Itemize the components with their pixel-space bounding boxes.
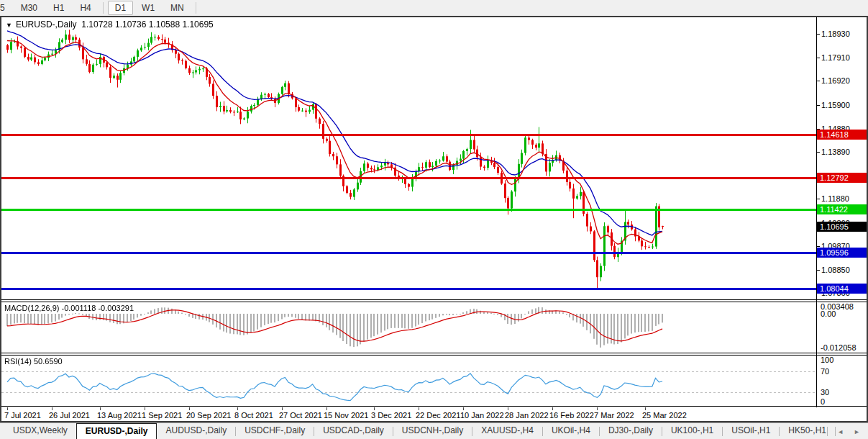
date-axis-label: 20 Sep 2021 [186,411,231,420]
chart-tab-usdcnh-daily[interactable]: USDCNH-,Daily [393,423,472,439]
timeframe-button-mn[interactable]: MN [163,1,191,15]
tab-nav-divider [827,427,828,436]
chart-symbol-period: EURUSD-,Daily [16,19,77,30]
date-axis-tick [419,407,419,410]
date-axis-tick [100,407,101,410]
date-axis-tick [508,407,508,410]
date-axis-tick [645,407,646,410]
date-axis-tick [237,407,238,410]
date-axis-label: 8 Oct 2021 [234,411,273,420]
date-axis-label: 7 Jul 2021 [4,411,41,420]
macd-axis-tick: -0.012058 [821,343,856,352]
date-axis-label: 25 Mar 2022 [642,411,687,420]
date-axis-tick [326,407,327,410]
macd-label: MACD(12,26,9) -0.001118 -0.003291 [4,304,134,312]
macd-axis-tick: 0.00 [821,309,836,318]
date-axis-label: 26 Jul 2021 [49,411,90,420]
chart-tab-usoil-h1[interactable]: USOil-,H1 [723,423,779,439]
rsi-axis-tick: 30 [821,388,829,397]
chart-window: ▼EURUSD-,Daily 1.10728 1.10736 1.10588 1… [0,16,868,422]
chart-tab-bar: USDX,WeeklyEURUSD-,DailyAUDUSD-,DailyUSD… [0,422,868,439]
chart-title: ▼EURUSD-,Daily 1.10728 1.10736 1.10588 1… [6,19,214,30]
price-line-label: 1.11422 [817,204,867,214]
chart-tab-usdchf-daily[interactable]: USDCHF-,Daily [236,423,314,439]
date-axis-tick [189,407,190,410]
date-axis-tick [7,407,8,410]
chart-tab-uk100-h1[interactable]: UK100-,H1 [662,423,722,439]
rsi-axis-tick: 0 [821,397,825,406]
tab-scroll-left-icon[interactable]: ◄ [832,428,849,435]
date-axis-tick [463,407,464,410]
date-axis-tick [282,407,283,410]
date-axis-tick [552,407,553,410]
price-axis-tick: 1.13890 [821,148,851,157]
date-axis-label: 13 Aug 2021 [97,411,142,420]
date-axis-label: 16 Feb 2022 [549,411,594,420]
date-axis-label: 27 Oct 2021 [279,411,322,420]
toolbar-separator [196,2,196,14]
date-axis-label: 7 Mar 2022 [594,411,634,420]
date-axis[interactable]: 7 Jul 202126 Jul 202113 Aug 20211 Sep 20… [1,407,867,421]
dropdown-arrow-icon[interactable]: ▼ [6,22,12,29]
chart-tab-xauusd-h4[interactable]: XAUUSD-,H4 [472,423,542,439]
date-axis-label: 10 Jan 2022 [460,411,504,420]
date-axis-label: 28 Jan 2022 [505,411,549,420]
timeframe-button-5[interactable]: 5 [0,1,12,15]
toolbar-separator [103,2,104,14]
price-line-label: 1.08044 [817,284,867,294]
rsi-axis-tick: 70 [821,367,829,376]
price-chart-canvas[interactable] [1,17,816,299]
tab-scroll-right-icon[interactable]: ► [849,428,865,435]
tab-scroll-nav: ◄► [827,423,865,439]
date-axis-tick [597,407,598,410]
chart-tab-usdx-weekly[interactable]: USDX,Weekly [4,423,76,439]
price-axis-tick: 1.16920 [821,76,851,86]
price-line-label: 1.12792 [817,173,867,183]
chart-tab-audusd-daily[interactable]: AUDUSD-,Daily [157,423,235,439]
timeframe-toolbar: 5M30H1H4D1W1MN [0,0,868,16]
price-axis-tick: 1.17910 [821,53,851,63]
date-axis-label: 15 Nov 2021 [324,411,368,420]
rsi-axis-tick: 100 [821,356,833,364]
timeframe-button-d1[interactable]: D1 [108,1,133,15]
date-axis-label: 22 Dec 2021 [416,411,460,420]
timeframe-button-h4[interactable]: H4 [73,1,98,15]
rsi-panel-canvas[interactable] [1,356,816,406]
chart-tab-ukoil-h4[interactable]: UKOil-,H4 [543,423,599,439]
price-axis-tick: 1.11880 [821,194,851,204]
date-axis-tick [52,407,52,410]
chart-tab-dj30-daily[interactable]: DJ30-,Daily [600,423,662,439]
price-axis-tick: 1.15900 [821,101,851,110]
timeframe-button-w1[interactable]: W1 [134,1,162,15]
price-line-label: 1.09596 [817,248,867,258]
date-axis-label: 1 Sep 2021 [142,411,182,420]
rsi-label: RSI(14) 50.6590 [4,357,63,366]
chart-tab-usdcad-daily[interactable]: USDCAD-,Daily [314,423,393,439]
date-axis-tick [145,407,145,410]
date-axis-tick [374,407,375,410]
chart-tab-eurusd-daily[interactable]: EURUSD-,Daily [76,423,157,439]
chart-ohlc-values: 1.10728 1.10736 1.10588 1.10695 [81,19,214,30]
date-axis-label: 3 Dec 2021 [371,411,411,420]
price-line-label: 1.14618 [817,130,867,140]
timeframe-button-m30[interactable]: M30 [14,1,45,15]
price-axis-tick: 1.08850 [821,266,851,275]
timeframe-button-h1[interactable]: H1 [46,1,71,15]
price-line-label: 1.10695 [817,222,867,232]
price-axis-tick: 1.18930 [821,30,851,39]
